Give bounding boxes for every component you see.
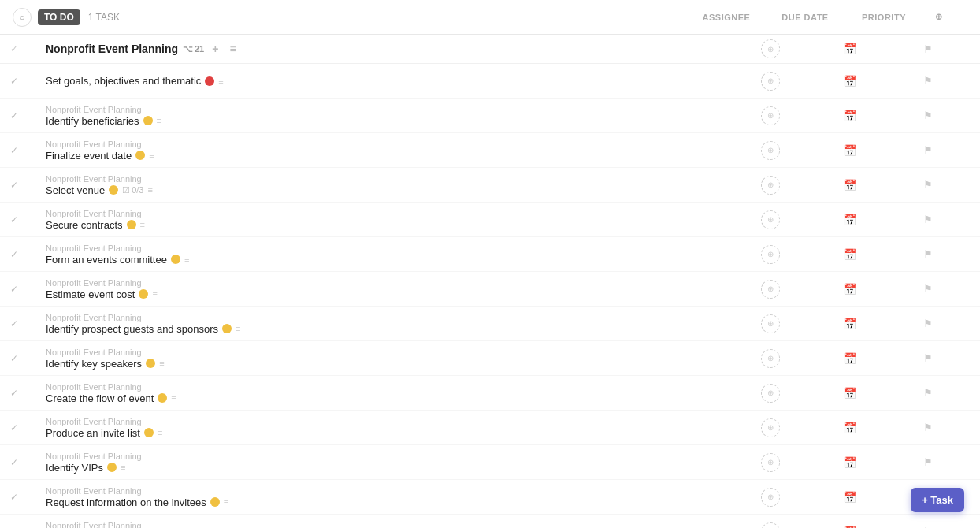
- task-flag-icon: ⚑: [923, 248, 933, 260]
- task-content: Nonprofit Event Planning Finalize script…: [46, 518, 731, 529]
- task-content: Nonprofit Event Planning Identify VIPs ≡: [46, 448, 731, 477]
- task-assignee-cell: ⊕: [731, 349, 810, 368]
- task-menu-icon[interactable]: ≡: [218, 76, 223, 86]
- task-row[interactable]: ✓ Nonprofit Event Planning Request infor…: [0, 480, 980, 515]
- task-row[interactable]: ✓ Set goals, objectives and thematic ≡ ⊕…: [0, 64, 980, 99]
- checkmark-icon: ✓: [10, 422, 18, 433]
- task-priority-cell[interactable]: ⚑: [889, 352, 967, 364]
- task-row[interactable]: ✓ Nonprofit Event Planning Identify pros…: [0, 307, 980, 341]
- task-menu-icon[interactable]: ≡: [159, 359, 164, 368]
- task-priority-cell[interactable]: ⚑: [889, 456, 967, 468]
- task-duedate-cell[interactable]: 📅: [810, 318, 889, 330]
- task-menu-icon[interactable]: ≡: [149, 151, 154, 160]
- task-duedate-cell[interactable]: 📅: [810, 283, 889, 296]
- task-priority-cell[interactable]: ⚑: [889, 283, 967, 295]
- section-list-btn[interactable]: ≡: [226, 41, 239, 57]
- task-duedate-cell[interactable]: 📅: [810, 214, 889, 226]
- task-row[interactable]: ✓ Nonprofit Event Planning Select venue …: [0, 168, 980, 203]
- task-priority-cell[interactable]: ⚑: [889, 75, 967, 87]
- task-row[interactable]: ✓ Nonprofit Event Planning Form an event…: [0, 237, 980, 272]
- task-check[interactable]: ✓: [6, 145, 22, 156]
- task-check[interactable]: ✓: [6, 388, 22, 399]
- status-dot: [135, 151, 145, 160]
- task-menu-icon[interactable]: ≡: [158, 428, 162, 437]
- task-row[interactable]: ✓ Nonprofit Event Planning Identify VIPs…: [0, 445, 980, 480]
- section-check[interactable]: ✓: [6, 43, 22, 54]
- task-menu-icon[interactable]: ≡: [184, 255, 189, 264]
- task-check[interactable]: ✓: [6, 457, 22, 468]
- task-duedate-cell[interactable]: 📅: [810, 352, 889, 365]
- task-check[interactable]: ✓: [6, 180, 22, 191]
- add-task-button[interactable]: + Task: [911, 488, 964, 512]
- task-priority-cell[interactable]: ⚑: [889, 248, 967, 260]
- task-row[interactable]: ✓ Nonprofit Event Planning Finalize even…: [0, 133, 980, 168]
- task-duedate-cell[interactable]: 📅: [810, 179, 889, 191]
- task-duedate-cell[interactable]: 📅: [810, 491, 889, 504]
- task-name-row: Secure contracts ≡: [46, 219, 731, 231]
- task-row[interactable]: ✓ Nonprofit Event Planning Finalize scri…: [0, 515, 980, 528]
- section-priority-cell[interactable]: ⚑: [889, 43, 967, 55]
- task-parent-label: Nonprofit Event Planning: [46, 452, 731, 461]
- task-row[interactable]: ✓ Nonprofit Event Planning Identify bene…: [0, 99, 980, 133]
- section-duedate-cell[interactable]: 📅: [810, 43, 889, 55]
- task-priority-cell[interactable]: ⚑: [889, 387, 967, 399]
- task-priority-cell[interactable]: ⚑: [889, 110, 967, 121]
- task-check[interactable]: ✓: [6, 492, 22, 503]
- task-priority-cell[interactable]: ⚑: [889, 144, 967, 156]
- section-avatar: ⊕: [761, 39, 780, 58]
- task-menu-icon[interactable]: ≡: [147, 185, 152, 195]
- task-duedate-cell[interactable]: 📅: [810, 110, 889, 122]
- task-check[interactable]: ✓: [6, 249, 22, 260]
- task-name-row: Create the flow of event ≡: [46, 392, 731, 404]
- task-row[interactable]: ✓ Nonprofit Event Planning Produce an in…: [0, 411, 980, 445]
- task-menu-icon[interactable]: ≡: [171, 393, 176, 403]
- task-check[interactable]: ✓: [6, 110, 22, 121]
- task-row[interactable]: ✓ Nonprofit Event Planning Identify key …: [0, 341, 980, 376]
- task-row[interactable]: ✓ Nonprofit Event Planning Estimate even…: [0, 272, 980, 307]
- task-duedate-cell[interactable]: 📅: [810, 422, 889, 434]
- task-check[interactable]: ✓: [6, 214, 22, 225]
- task-parent-label: Nonprofit Event Planning: [46, 244, 731, 253]
- task-check[interactable]: ✓: [6, 318, 22, 329]
- task-calendar-icon: 📅: [843, 179, 856, 191]
- task-priority-cell[interactable]: ⚑: [889, 214, 967, 225]
- task-parent-label: Nonprofit Event Planning: [46, 417, 731, 426]
- task-duedate-cell[interactable]: 📅: [810, 387, 889, 400]
- task-duedate-cell[interactable]: 📅: [810, 248, 889, 261]
- task-priority-cell[interactable]: ⚑: [889, 179, 967, 191]
- section-add-btn[interactable]: +: [209, 41, 221, 57]
- task-menu-icon[interactable]: ≡: [140, 220, 145, 229]
- task-row[interactable]: ✓ Nonprofit Event Planning Secure contra…: [0, 203, 980, 237]
- task-parent-label: Nonprofit Event Planning: [46, 348, 731, 357]
- task-check[interactable]: ✓: [6, 76, 22, 87]
- task-duedate-cell[interactable]: 📅: [810, 526, 889, 529]
- task-check[interactable]: ✓: [6, 353, 22, 364]
- task-count: 1 TASK: [88, 12, 687, 23]
- task-row[interactable]: ✓ Nonprofit Event Planning Create the fl…: [0, 376, 980, 411]
- checkmark-icon: ✓: [10, 284, 18, 295]
- task-menu-icon[interactable]: ≡: [157, 116, 161, 125]
- task-title: Request information on the invitees: [46, 496, 206, 508]
- task-check[interactable]: ✓: [6, 284, 22, 295]
- status-dot: [107, 463, 117, 472]
- task-avatar: ⊕: [761, 245, 780, 264]
- task-duedate-cell[interactable]: 📅: [810, 75, 889, 87]
- back-button[interactable]: ○: [13, 8, 32, 27]
- subtask-text: 0/3: [132, 185, 143, 195]
- task-duedate-cell[interactable]: 📅: [810, 144, 889, 157]
- task-avatar: ⊕: [761, 488, 780, 507]
- checkmark-icon: ✓: [10, 214, 18, 225]
- task-priority-cell[interactable]: ⚑: [889, 422, 967, 433]
- task-title: Form an events committee: [46, 254, 167, 266]
- task-menu-icon[interactable]: ≡: [121, 463, 125, 472]
- task-menu-icon[interactable]: ≡: [152, 289, 157, 299]
- task-calendar-icon: 📅: [843, 144, 856, 157]
- task-priority-cell[interactable]: ⚑: [889, 318, 967, 329]
- task-menu-icon[interactable]: ≡: [236, 324, 240, 333]
- task-duedate-cell[interactable]: 📅: [810, 456, 889, 469]
- back-icon: ○: [20, 13, 25, 22]
- task-check[interactable]: ✓: [6, 422, 22, 433]
- task-menu-icon[interactable]: ≡: [224, 497, 228, 507]
- col-header-add[interactable]: ⊕: [923, 12, 955, 22]
- check-icon: ✓: [10, 43, 18, 54]
